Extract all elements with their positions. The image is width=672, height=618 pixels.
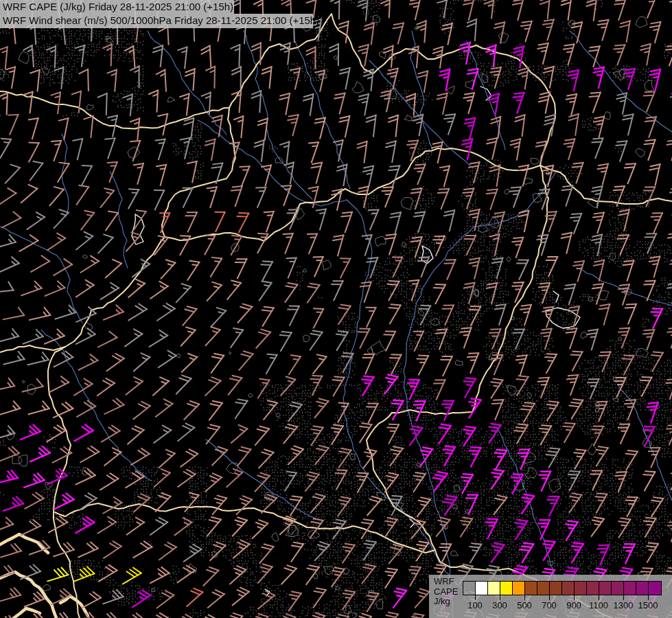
legend-tick-label: 700 — [542, 600, 557, 610]
legend-label-variable: CAPE — [434, 587, 458, 597]
legend-cell-13 — [624, 582, 636, 595]
legend-tick-label: 900 — [566, 600, 581, 610]
legend-tick-label: 300 — [492, 600, 507, 610]
legend-cell-3 — [500, 582, 513, 595]
legend-tick — [574, 595, 575, 600]
map-title-line1: WRF CAPE (J/kg) Friday 28-11-2025 21:00 … — [0, 0, 234, 14]
legend-tick — [648, 595, 649, 600]
wrf-cape-wind-shear-map — [0, 0, 672, 618]
legend-tick — [500, 595, 500, 600]
legend-cell-2 — [488, 582, 500, 595]
legend-cell-1 — [476, 582, 488, 595]
legend-tick — [599, 595, 599, 600]
legend-cell-0 — [463, 582, 476, 595]
legend-color-bar — [463, 581, 662, 595]
legend-label-unit: J/kg — [434, 597, 458, 607]
legend-tick — [475, 595, 476, 600]
legend-cell-14 — [636, 582, 649, 595]
legend-cell-11 — [599, 582, 612, 595]
legend-cell-8 — [562, 582, 575, 595]
legend-cell-9 — [575, 582, 587, 595]
legend-cell-12 — [612, 582, 624, 595]
legend-tick — [524, 595, 525, 600]
legend-tick-label: 1500 — [638, 600, 658, 610]
legend-tick — [623, 595, 624, 600]
legend-cell-10 — [587, 582, 599, 595]
legend-tick — [549, 595, 550, 600]
legend-cell-15 — [649, 582, 661, 595]
legend-cell-6 — [537, 582, 550, 595]
legend-tick-label: 500 — [517, 600, 532, 610]
map-title-line2: WRF Wind shear (m/s) 500/1000hPa Friday … — [0, 14, 313, 28]
legend-label-model: WRF — [434, 577, 458, 587]
legend-tick-label: 1100 — [589, 600, 608, 610]
weather-map-viewport: WRF CAPE (J/kg) Friday 28-11-2025 21:00 … — [0, 0, 672, 618]
legend-label: WRF CAPE J/kg — [434, 577, 458, 607]
legend-cell-4 — [513, 582, 525, 595]
legend-cell-5 — [525, 582, 537, 595]
legend-tick-label: 100 — [467, 600, 483, 610]
legend-cell-7 — [550, 582, 562, 595]
cape-legend: WRF CAPE J/kg 10030050070090011001300150… — [429, 575, 672, 618]
legend-tick-label: 1300 — [614, 600, 634, 610]
